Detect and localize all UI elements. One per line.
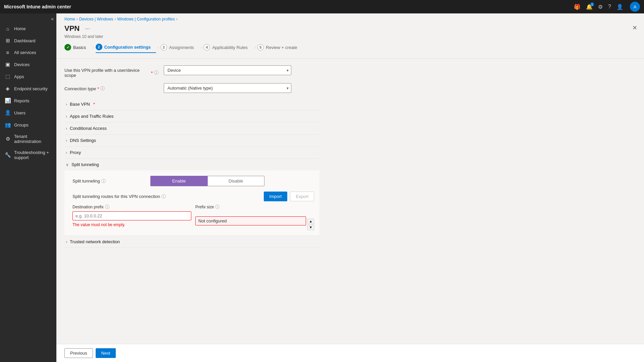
dest-prefix-info-icon[interactable]: ⓘ [105,204,109,210]
scope-select[interactable]: Device User [164,65,291,75]
sidebar-item-endpoint-security-label: Endpoint security [14,86,48,91]
previous-button[interactable]: Previous [64,348,93,358]
accordion-trusted-network: › Trusted network detection [64,236,319,248]
export-button[interactable]: Export [290,192,314,201]
accordion-base-vpn: › Base VPN * [64,98,319,110]
split-tunneling-label: Split tunneling [71,162,99,167]
split-tunneling-toggle-group: Enable Disable [150,176,264,186]
sidebar: « ⌂ Home ⊞ Dashboard ≡ All services ▣ De… [0,13,56,362]
destination-prefix-label: Destination prefix ⓘ [72,204,191,210]
accordion-dns-settings-header[interactable]: › DNS Settings [64,135,319,146]
sidebar-item-apps[interactable]: ⬚ Apps [0,70,56,83]
base-vpn-req-star: * [93,102,95,107]
apps-icon: ⬚ [5,73,11,80]
connection-type-control: Automatic (Native type) IKEv2 L2TP PPTP … [164,83,291,93]
tenant-admin-icon: ⚙ [5,136,11,142]
split-tunneling-routes-label: Split tunneling routes for this VPN conn… [72,192,314,201]
wizard-steps: ✓ Basics › 2 Configuration settings › 3 … [56,42,644,59]
scope-label: Use this VPN profile with a user/device … [64,65,158,78]
dest-prefix-error: The value must not be empty. [72,222,191,227]
wizard-step-applicability-icon: 4 [203,44,210,51]
next-button[interactable]: Next [96,348,116,358]
split-tunneling-routes-info-icon[interactable]: ⓘ [161,194,166,200]
breadcrumb-config-profiles[interactable]: Windows | Configuration profiles [117,17,175,21]
user-avatar[interactable]: A [630,2,640,12]
wizard-step-review[interactable]: 5 Review + create [257,42,303,53]
wizard-step-applicability[interactable]: 4 Applicability Rules [203,42,253,53]
wizard-step-assignments-label: Assignments [169,45,194,50]
wizard-step-config-label: Configuration settings [104,45,151,50]
scope-required-star: * [151,70,153,75]
sidebar-item-devices-label: Devices [14,62,30,67]
connection-type-info-icon[interactable]: ⓘ [100,86,105,92]
connection-type-select[interactable]: Automatic (Native type) IKEv2 L2TP PPTP [164,83,291,93]
accordion-base-vpn-header[interactable]: › Base VPN * [64,98,319,110]
topbar: Microsoft Intune admin center 🎁 🔔 1 ⚙ ? … [0,0,644,13]
sidebar-item-home[interactable]: ⌂ Home [0,23,56,35]
sidebar-item-endpoint-security[interactable]: ◈ Endpoint security [0,83,56,95]
breadcrumb-home[interactable]: Home [64,17,75,21]
accordion-conditional-access: › Conditional Access [64,122,319,135]
prefix-size-increment[interactable]: ▲ [307,219,314,224]
sidebar-item-home-label: Home [14,26,26,31]
split-tunneling-toggle-label: Split tunneling ⓘ [72,178,146,184]
prefix-size-label: Prefix size ⓘ [195,204,314,210]
sidebar-item-tenant-admin[interactable]: ⚙ Tenant administration [0,131,56,147]
connection-type-label: Connection type * ⓘ [64,83,158,92]
form-area: Use this VPN profile with a user/device … [56,59,644,344]
scope-info-icon[interactable]: ⓘ [154,70,158,76]
sidebar-item-reports[interactable]: 📊 Reports [0,95,56,107]
main-content: Home › Devices | Windows › Windows | Con… [56,13,644,362]
help-icon[interactable]: ? [607,2,612,11]
wizard-step-config[interactable]: 2 Configuration settings [96,42,156,53]
dns-settings-label: DNS Settings [70,138,96,143]
sidebar-item-groups[interactable]: 👥 Groups [0,119,56,131]
users-icon: 👤 [5,110,11,116]
person-icon[interactable]: 👤 [615,2,625,11]
breadcrumb-devices-windows[interactable]: Devices | Windows [79,17,113,21]
prefix-row: Destination prefix ⓘ The value must not … [72,204,314,230]
breadcrumb-sep-2: › [114,17,116,21]
dashboard-icon: ⊞ [5,38,11,44]
sidebar-item-users[interactable]: 👤 Users [0,107,56,119]
accordion-conditional-access-header[interactable]: › Conditional Access [64,122,319,134]
settings-icon[interactable]: ⚙ [597,2,604,11]
accordion-split-tunneling: ∨ Split tunneling Split tunneling ⓘ Enab… [64,159,319,236]
prefix-size-decrement[interactable]: ▼ [307,225,314,230]
devices-icon: ▣ [5,61,11,67]
sidebar-item-devices[interactable]: ▣ Devices [0,58,56,70]
sidebar-collapse-button[interactable]: « [51,16,54,21]
sidebar-item-dashboard[interactable]: ⊞ Dashboard [0,35,56,47]
scope-row: Use this VPN profile with a user/device … [64,65,636,78]
accordion-split-tunneling-header[interactable]: ∨ Split tunneling [64,159,319,170]
prefix-size-stepper: ▲ ▼ [307,211,314,230]
accordion-trusted-network-header[interactable]: › Trusted network detection [64,236,319,248]
home-icon: ⌂ [5,26,11,32]
split-tunneling-info-icon[interactable]: ⓘ [101,178,106,184]
destination-prefix-input[interactable] [72,211,191,220]
troubleshooting-icon: 🔧 [5,152,11,158]
wizard-step-assignments[interactable]: 3 Assignments [160,42,199,53]
accordion-proxy-header[interactable]: › Proxy [64,147,319,158]
gift-icon[interactable]: 🎁 [573,2,582,11]
conditional-access-label: Conditional Access [70,126,107,131]
close-button[interactable]: ✕ [632,24,637,32]
footer: Previous Next [56,344,644,362]
trusted-network-arrow-icon: › [66,240,67,244]
apps-traffic-label: Apps and Traffic Rules [70,114,114,119]
prefix-size-info-icon[interactable]: ⓘ [215,204,219,210]
conditional-access-arrow-icon: › [66,126,67,131]
more-options-button[interactable]: ··· [83,24,92,33]
accordion-apps-traffic-header[interactable]: › Apps and Traffic Rules [64,110,319,122]
base-vpn-arrow-icon: › [66,102,67,107]
prefix-size-input[interactable]: Not configured [195,216,306,225]
split-tunneling-enable-button[interactable]: Enable [150,176,208,186]
wizard-step-basics[interactable]: ✓ Basics [64,42,91,53]
sidebar-item-all-services[interactable]: ≡ All services [0,47,56,58]
import-button[interactable]: Import [264,192,288,201]
sidebar-item-troubleshooting[interactable]: 🔧 Troubleshooting + support [0,147,56,163]
accordion-dns-settings: › DNS Settings [64,135,319,147]
trusted-network-label: Trusted network detection [70,239,120,244]
split-tunneling-disable-button[interactable]: Disable [208,176,265,186]
bell-icon[interactable]: 🔔 1 [585,2,594,11]
